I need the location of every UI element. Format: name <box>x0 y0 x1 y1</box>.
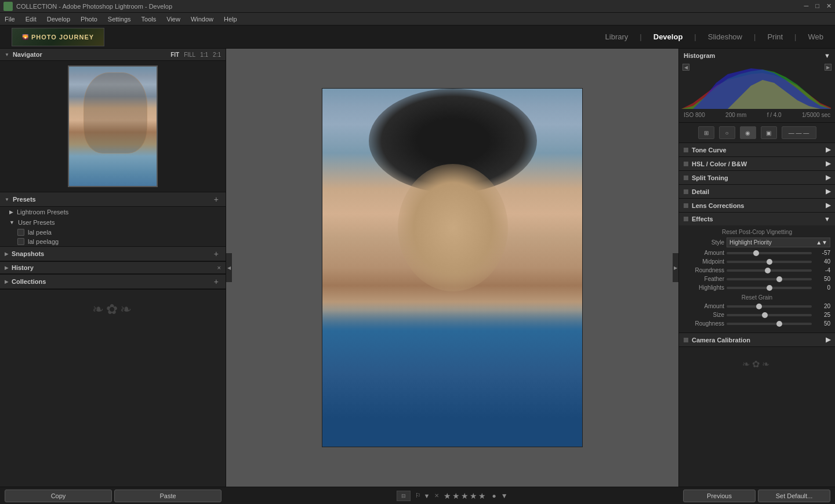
hist-shutter: 1/5000 sec <box>802 112 830 118</box>
hsl-collapse[interactable]: ▶ <box>826 160 830 167</box>
split-toning-collapse[interactable]: ▶ <box>826 174 830 181</box>
main-area: ▼ Navigator FIT FILL 1:1 2:1 ▼ Prese <box>0 49 835 487</box>
preset-user[interactable]: ▼ User Presets <box>0 217 226 228</box>
nav-library[interactable]: Library <box>605 32 629 41</box>
menu-view[interactable]: View <box>164 16 183 23</box>
preset-user-arrow: ▼ <box>9 220 14 225</box>
top-nav: 🌄 PHOTO JOURNEY Library | Develop | Slid… <box>0 25 835 49</box>
presets-header[interactable]: ▼ Presets + <box>0 192 226 207</box>
red-eye-tool[interactable]: ◉ <box>740 126 756 139</box>
feather-thumb[interactable] <box>776 276 782 282</box>
menu-settings[interactable]: Settings <box>106 16 133 23</box>
menu-edit[interactable]: Edit <box>23 16 39 23</box>
right-panel-collapse[interactable]: ▶ <box>673 253 678 282</box>
lens-corrections-header[interactable]: Lens Corrections ▶ <box>679 199 835 212</box>
maximize-btn[interactable]: □ <box>815 2 819 10</box>
grain-amount-thumb[interactable] <box>756 304 762 309</box>
snapshots-add-btn[interactable]: + <box>212 249 221 258</box>
histogram-canvas-area: ◀ ▶ <box>681 63 833 109</box>
hist-right-arrow[interactable]: ▶ <box>825 64 832 71</box>
effects-header[interactable]: Effects ▼ <box>679 213 835 225</box>
flag-reject[interactable]: ✕ <box>434 492 439 499</box>
grain-amount-slider[interactable] <box>727 305 812 308</box>
graduated-filter-tool[interactable]: ▣ <box>761 126 777 139</box>
flag-dropdown[interactable]: ▼ <box>423 492 430 499</box>
feather-slider[interactable] <box>727 278 812 280</box>
hist-iso: ISO 800 <box>684 112 705 118</box>
hsl-header[interactable]: HSL / Color / B&W ▶ <box>679 157 835 170</box>
menu-photo[interactable]: Photo <box>78 16 100 23</box>
bottom-dropdown[interactable]: ▼ <box>501 492 508 500</box>
lens-corrections-collapse[interactable]: ▶ <box>826 202 830 209</box>
grain-roughness-row: Roughness 50 <box>684 320 830 327</box>
nav-web[interactable]: Web <box>808 32 824 41</box>
amount-thumb[interactable] <box>753 250 759 256</box>
camera-calibration-header[interactable]: Camera Calibration ▶ <box>679 333 835 346</box>
detail-header[interactable]: Detail ▶ <box>679 185 835 198</box>
hist-left-arrow[interactable]: ◀ <box>682 64 689 71</box>
camera-cal-collapse[interactable]: ▶ <box>826 336 830 344</box>
midpoint-slider-row: Midpoint 40 <box>684 258 830 265</box>
highlights-slider[interactable] <box>727 287 812 289</box>
midpoint-thumb[interactable] <box>767 259 772 265</box>
tone-curve-header[interactable]: Tone Curve ▶ <box>679 143 835 156</box>
midpoint-slider[interactable] <box>727 261 812 263</box>
history-close-btn[interactable]: × <box>217 264 221 271</box>
menu-file[interactable]: File <box>2 16 17 23</box>
collections-add-btn[interactable]: + <box>212 277 221 286</box>
split-toning-header[interactable]: Split Toning ▶ <box>679 171 835 184</box>
amount-slider[interactable] <box>727 252 812 254</box>
nav-print[interactable]: Print <box>767 32 783 41</box>
minimize-btn[interactable]: ─ <box>804 2 809 10</box>
style-select[interactable]: Highlight Priority ▲▼ <box>727 238 830 247</box>
set-default-button[interactable]: Set Default... <box>758 490 830 502</box>
menu-window[interactable]: Window <box>188 16 216 23</box>
snapshots-header[interactable]: ▶ Snapshots + <box>0 247 226 261</box>
grain-size-thumb[interactable] <box>762 312 768 318</box>
grain-size-slider[interactable] <box>727 314 812 316</box>
nav-2-1[interactable]: 2:1 <box>213 52 221 58</box>
filmstrip-view-btn[interactable]: ⊟ <box>397 491 411 501</box>
collections-panel: ▶ Collections + <box>0 275 226 290</box>
previous-button[interactable]: Previous <box>683 490 756 502</box>
preset-lal-peela[interactable]: lal peela <box>0 228 226 237</box>
left-panel-collapse[interactable]: ◀ <box>226 253 232 282</box>
navigator-preview-area <box>0 61 226 192</box>
menu-help[interactable]: Help <box>222 16 239 23</box>
hsl-section: HSL / Color / B&W ▶ <box>679 157 835 171</box>
navigator-header[interactable]: ▼ Navigator FIT FILL 1:1 2:1 <box>0 49 226 61</box>
nav-fit[interactable]: FIT <box>170 52 179 58</box>
preset-lightroom[interactable]: ▶ Lightroom Presets <box>0 207 226 217</box>
nav-develop[interactable]: Develop <box>654 32 683 41</box>
grain-size-label: Size <box>684 312 724 318</box>
detail-collapse[interactable]: ▶ <box>826 188 830 195</box>
nav-slideshow[interactable]: Slideshow <box>708 32 742 41</box>
close-btn[interactable]: ✕ <box>826 2 832 10</box>
history-triangle: ▶ <box>5 265 8 271</box>
history-header[interactable]: ▶ History × <box>0 262 226 274</box>
copy-button[interactable]: Copy <box>5 490 112 502</box>
presets-add-btn[interactable]: + <box>212 195 221 204</box>
flag-icon[interactable]: ⚐ <box>415 492 421 499</box>
tone-curve-indicator <box>684 148 688 152</box>
preset-lal-peelagg[interactable]: lal peelagg <box>0 237 226 246</box>
stars-rating[interactable]: ★★★★★ <box>444 491 487 501</box>
effects-collapse[interactable]: ▼ <box>824 216 830 222</box>
grain-roughness-thumb[interactable] <box>776 321 782 327</box>
highlights-thumb[interactable] <box>767 285 772 291</box>
spot-removal-tool[interactable]: ○ <box>719 126 735 139</box>
grain-roughness-slider[interactable] <box>727 323 812 325</box>
roundness-thumb[interactable] <box>765 268 771 273</box>
menu-tools[interactable]: Tools <box>139 16 159 23</box>
color-label[interactable]: ● <box>492 492 496 500</box>
nav-1-1[interactable]: 1:1 <box>200 52 208 58</box>
crop-tool[interactable]: ⊞ <box>698 126 714 139</box>
roundness-slider[interactable] <box>727 269 812 272</box>
collections-header[interactable]: ▶ Collections + <box>0 275 226 289</box>
histogram-collapse-btn[interactable]: ▼ <box>824 52 830 59</box>
tone-curve-collapse[interactable]: ▶ <box>826 146 830 154</box>
menu-develop[interactable]: Develop <box>45 16 72 23</box>
nav-fill[interactable]: FILL <box>184 52 195 58</box>
paste-button[interactable]: Paste <box>114 490 222 502</box>
adjustment-brush-tool[interactable]: — — — <box>782 126 816 139</box>
